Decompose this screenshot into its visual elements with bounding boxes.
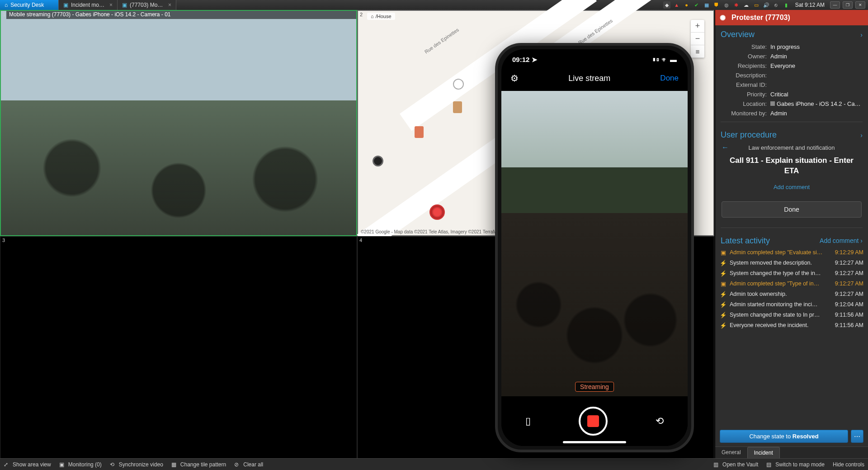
add-comment-link[interactable]: Add comment › [820, 237, 863, 244]
tray-icon[interactable]: ● [683, 1, 690, 9]
phone-signal-icons: ▮▯ ᯤ ▬ [652, 56, 677, 64]
record-button[interactable] [579, 407, 608, 436]
tray-icon[interactable]: ◍ [723, 1, 730, 9]
volume-icon[interactable]: 🔊 [763, 1, 770, 9]
phone-done-button[interactable]: Done [660, 74, 679, 83]
system-tray: ◆ ▲ ● ✔ ▦ ⛊ ◍ ✱ ☁ ▭ 🔊 ⎋ ▮ Sat 9:12 AM — … [663, 1, 868, 9]
phone-live-video [501, 91, 688, 396]
field-label: Description: [721, 72, 770, 79]
window-close-button[interactable]: ✕ [855, 1, 865, 9]
window-restore-button[interactable]: ❐ [843, 1, 853, 9]
activity-text: System changed the type of the in… [730, 270, 832, 276]
gear-icon[interactable]: ⚙ [510, 73, 519, 84]
activity-row[interactable]: ⚡Admin started monitoring the inci…9:12:… [720, 299, 863, 310]
section-title: Latest activity [721, 236, 770, 246]
show-area-view-button[interactable]: ⤢Show area view [4, 461, 51, 468]
shield-icon[interactable]: ⛊ [713, 1, 720, 9]
chevron-right-icon: › [860, 31, 863, 38]
field-label: Owner: [721, 53, 770, 60]
sync-video-button[interactable]: ⟲Synchronize video [110, 461, 163, 468]
tile-3-empty[interactable]: 3 [0, 236, 357, 459]
field-label: State: [721, 43, 770, 50]
hide-controls-button[interactable]: Hide controls [833, 461, 864, 468]
incident-icon: ▣ [122, 2, 127, 8]
activity-row[interactable]: ⚡System changed the type of the in…9:12:… [720, 268, 863, 279]
close-icon[interactable]: × [168, 2, 171, 8]
street-label: Rue des Epinettes [424, 27, 460, 54]
tab-label: (77703) Mo… [130, 2, 163, 8]
map-pin-door[interactable] [453, 101, 462, 113]
field-value: In progress [770, 43, 863, 50]
activity-row[interactable]: ⚡System changed the state to In pr…9:11:… [720, 310, 863, 320]
tab-label: Incident mo… [71, 2, 104, 8]
overview-heading[interactable]: Overview › [715, 25, 868, 42]
tab-77703-mo[interactable]: ▣ (77703) Mo… × [118, 0, 176, 10]
clear-all-button[interactable]: ⊘Clear all [234, 461, 263, 468]
map-pin-door[interactable] [415, 126, 424, 138]
change-state-button[interactable]: Change state to Resolved [720, 430, 848, 443]
field-label: Monitored by: [721, 110, 770, 117]
zoom-out-button[interactable]: − [691, 33, 704, 45]
home-indicator[interactable] [563, 441, 626, 443]
window-minimize-button[interactable]: — [830, 1, 840, 9]
phone-title: Live stream [568, 74, 610, 83]
tile-index: 2 [360, 12, 363, 17]
zoom-in-button[interactable]: + [691, 20, 704, 33]
map-pin-person[interactable] [453, 79, 464, 90]
network-icon[interactable]: ☁ [743, 1, 750, 9]
map-pin-alarm[interactable] [429, 204, 445, 220]
activity-text: Everyone received the incident. [730, 322, 832, 328]
clock[interactable]: Sat 9:12 AM [793, 2, 827, 8]
tray-icon[interactable]: ▲ [673, 1, 680, 9]
activity-timestamp: 9:12:27 AM [835, 280, 863, 287]
tab-incident[interactable]: Incident [747, 447, 780, 458]
activity-text: Admin completed step "Evaluate si… [730, 249, 832, 256]
activity-row[interactable]: ▣Admin completed step "Type of in…9:12:2… [720, 279, 863, 289]
camera-switch-icon[interactable]: ⟲ [656, 415, 664, 427]
procedure-done-button[interactable]: Done [722, 201, 862, 218]
field-value: Admin [770, 110, 863, 117]
tab-security-desk[interactable]: ⌂ Security Desk [0, 0, 59, 10]
add-comment-link[interactable]: Add comment [715, 179, 868, 195]
monitoring-button[interactable]: ▣Monitoring (0) [59, 461, 102, 468]
field-value: Admin [770, 53, 863, 60]
tray-icon[interactable]: ⎋ [773, 1, 780, 9]
open-vault-button[interactable]: ▥Open the Vault [713, 461, 758, 468]
latest-activity-heading: Latest activity Add comment › [715, 232, 868, 247]
change-state-more-button[interactable]: ⋯ [851, 430, 863, 443]
home-icon: ⌂ [5, 2, 8, 8]
phone-mockup: 09:12 ➤ ▮▯ ᯤ ▬ ⚙ Live stream Done Stream… [495, 43, 694, 452]
close-icon[interactable]: × [109, 2, 113, 8]
tile-1-camera-feed[interactable]: 1 Mobile streaming (77703) - Gabes iPhon… [0, 10, 357, 236]
bolt-icon: ⚡ [720, 270, 727, 277]
display-icon[interactable]: ▭ [753, 1, 760, 9]
tile-pattern-button[interactable]: ▦Change tile pattern [171, 461, 226, 468]
back-arrow-icon[interactable]: ← [722, 143, 729, 152]
map-layers-button[interactable]: ≣ [691, 45, 704, 58]
procedure-heading[interactable]: User procedure › [715, 126, 868, 142]
tray-icon[interactable]: ◆ [663, 1, 670, 9]
activity-row[interactable]: ⚡System removed the description.9:12:27 … [720, 258, 863, 268]
grid-icon: ▦ [171, 461, 178, 468]
map-pin-camera[interactable] [373, 156, 383, 166]
activity-text: System removed the description. [730, 260, 832, 266]
tray-icon[interactable]: ✔ [693, 1, 700, 9]
tile-index: 1 [3, 12, 5, 17]
tab-general[interactable]: General [715, 447, 747, 458]
tray-icon[interactable]: ▦ [703, 1, 710, 9]
field-value [770, 81, 863, 88]
bolt-icon: ⚡ [720, 291, 727, 298]
activity-row[interactable]: ▣Admin completed step "Evaluate si…9:12:… [720, 247, 863, 258]
tab-incident-mo[interactable]: ▣ Incident mo… × [59, 0, 118, 10]
battery-icon[interactable]: ▮ [783, 1, 790, 9]
flashlight-icon[interactable]: ▯ [525, 415, 531, 427]
switch-map-mode-button[interactable]: ▤Switch to map mode [766, 461, 825, 468]
bolt-icon: ⚡ [720, 301, 727, 308]
activity-row[interactable]: ⚡Everyone received the incident.9:11:56 … [720, 320, 863, 331]
alarm-icon: ✺ [720, 14, 728, 22]
map-breadcrumb[interactable]: ⌂ /House [367, 13, 395, 20]
incident-title-bar: ✺ Protester (77703) [715, 10, 868, 25]
activity-row[interactable]: ⚡Admin took ownership.9:12:27 AM [720, 289, 863, 299]
map-icon: ▤ [766, 461, 773, 468]
tray-icon[interactable]: ✱ [733, 1, 740, 9]
